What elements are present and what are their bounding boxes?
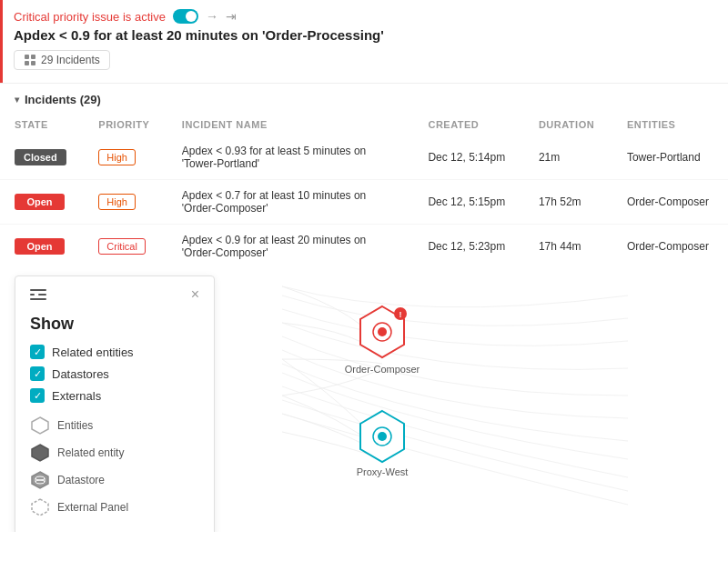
entity-hex-icon (30, 416, 50, 436)
incidents-table: STATE PRIORITY INCIDENT NAME CREATED DUR… (0, 115, 728, 268)
row-priority: High (84, 180, 167, 225)
svg-text:Order-Composer: Order-Composer (345, 364, 420, 375)
row-duration: 21m (524, 135, 612, 180)
settings-icon[interactable] (30, 289, 46, 300)
incidents-icon (24, 54, 36, 66)
chevron-icon: ▾ (15, 95, 19, 105)
sidebar-legend-items: Entities Related entity Datastore Extern… (30, 416, 199, 517)
row-name: Apdex < 0.93 for at least 5 minutes on '… (167, 135, 414, 180)
priority-badge: High (98, 149, 136, 165)
checkbox-item[interactable]: Related entities (30, 345, 199, 359)
legend-label: Related entity (57, 446, 124, 459)
bottom-panel: × Show Related entities Datastores Exter… (0, 268, 728, 532)
checkbox-0[interactable] (30, 345, 45, 359)
col-duration: DURATION (524, 115, 612, 135)
incidents-table-wrapper: STATE PRIORITY INCIDENT NAME CREATED DUR… (0, 115, 728, 268)
col-state: STATE (0, 115, 84, 135)
sidebar-checkboxes: Related entities Datastores Externals (30, 345, 199, 403)
legend-item: External Panel (30, 497, 199, 517)
checkbox-label-1: Datastores (52, 367, 109, 381)
legend-item: Datastore (30, 470, 199, 490)
state-badge: Closed (15, 149, 66, 165)
alert-title: Critical priority issue is active → ⇥ (14, 9, 713, 24)
row-created: Dec 12, 5:14pm (413, 135, 523, 180)
legend-item: Entities (30, 416, 199, 436)
alert-bar: Critical priority issue is active → ⇥ Ap… (0, 0, 728, 83)
row-created: Dec 12, 5:23pm (413, 225, 523, 269)
legend-panel-header: × (30, 287, 199, 302)
alert-subtitle: Apdex < 0.9 for at least 20 minutes on '… (14, 27, 713, 43)
row-duration: 17h 52m (524, 180, 612, 225)
state-badge: Open (15, 238, 65, 255)
svg-rect-2 (25, 61, 29, 65)
col-created: CREATED (413, 115, 523, 135)
row-priority: Critical (84, 225, 167, 269)
close-button[interactable]: × (191, 287, 199, 302)
table-header-row: STATE PRIORITY INCIDENT NAME CREATED DUR… (0, 115, 728, 135)
row-priority: High (84, 135, 167, 180)
legend-item: Related entity (30, 443, 199, 463)
svg-rect-3 (31, 61, 35, 65)
alert-title-text: Critical priority issue is active (14, 10, 166, 24)
row-duration: 17h 44m (524, 225, 612, 269)
legend-panel: × Show Related entities Datastores Exter… (15, 275, 215, 532)
row-state: Open (0, 180, 84, 225)
filter-icon: ⇥ (226, 9, 237, 24)
order-composer-node: ! (360, 306, 407, 357)
checkbox-item[interactable]: Externals (30, 388, 199, 403)
incidents-section-header[interactable]: ▾ Incidents (29) (0, 83, 728, 115)
table-row[interactable]: Closed High Apdex < 0.93 for at least 5 … (0, 135, 728, 180)
svg-text:Proxy-West: Proxy-West (357, 466, 409, 477)
table-row[interactable]: Open High Apdex < 0.7 for at least 10 mi… (0, 180, 728, 225)
svg-marker-5 (32, 445, 48, 461)
svg-marker-4 (32, 417, 48, 434)
row-entity: Tower-Portland (612, 135, 728, 180)
row-state: Closed (0, 135, 84, 180)
svg-marker-11 (32, 499, 48, 516)
external-hex-icon (30, 497, 50, 517)
col-entities: ENTITIES (612, 115, 728, 135)
priority-badge: High (98, 194, 136, 210)
incident-count-badge[interactable]: 29 Incidents (14, 50, 110, 70)
legend-section: Entities Related entity Datastore Extern… (30, 416, 199, 517)
row-entity: Order-Composer (612, 225, 728, 269)
col-name: INCIDENT NAME (167, 115, 414, 135)
toggle-icon[interactable] (173, 9, 198, 24)
row-name: Apdex < 0.9 for at least 20 minutes on '… (167, 225, 414, 269)
svg-rect-0 (25, 55, 29, 59)
row-name: Apdex < 0.7 for at least 10 minutes on '… (167, 180, 414, 225)
incident-count-text: 29 Incidents (41, 54, 100, 66)
checkbox-label-2: Externals (52, 389, 101, 403)
svg-rect-1 (31, 55, 35, 59)
checkbox-item[interactable]: Datastores (30, 366, 199, 381)
arrow-icon: → (206, 9, 218, 24)
legend-label: Entities (57, 419, 93, 432)
svg-point-14 (378, 327, 387, 336)
col-priority: PRIORITY (84, 115, 167, 135)
checkbox-label-0: Related entities (52, 346, 134, 359)
legend-label: External Panel (57, 501, 128, 514)
row-state: Open (0, 225, 84, 269)
related-entity-hex-icon (30, 443, 50, 463)
datastore-hex-icon (30, 470, 50, 490)
show-label: Show (30, 315, 199, 334)
legend-label: Datastore (57, 474, 105, 486)
priority-badge: Critical (98, 238, 146, 255)
svg-text:!: ! (399, 310, 402, 319)
row-entity: Order-Composer (612, 180, 728, 225)
checkbox-2[interactable] (30, 388, 45, 403)
incidents-section-label: Incidents (29) (25, 93, 101, 106)
table-row[interactable]: Open Critical Apdex < 0.9 for at least 2… (0, 225, 728, 269)
state-badge: Open (15, 194, 65, 210)
svg-point-20 (378, 432, 387, 441)
row-created: Dec 12, 5:15pm (413, 180, 523, 225)
checkbox-1[interactable] (30, 366, 45, 381)
